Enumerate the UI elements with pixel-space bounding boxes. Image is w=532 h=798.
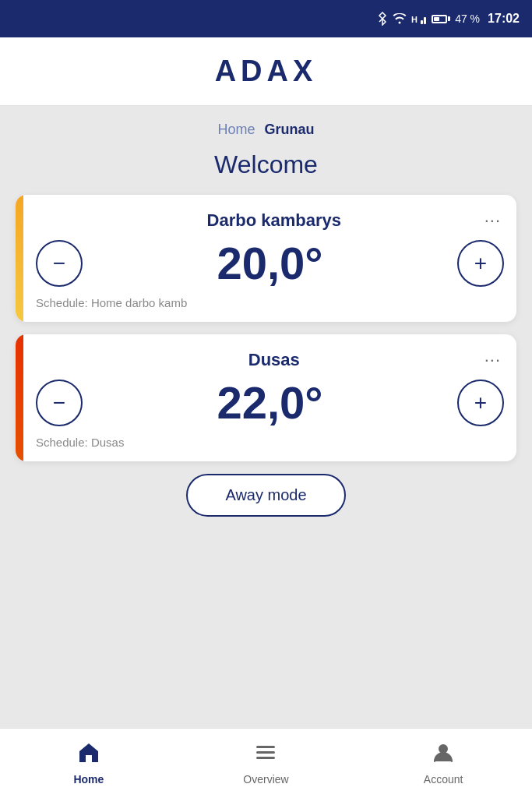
svg-rect-2 (424, 17, 426, 24)
nav-item-account[interactable]: Account (404, 741, 482, 786)
account-nav-icon (432, 741, 455, 770)
nav-item-overview[interactable]: Overview (227, 741, 305, 786)
room-card-darbo-kambarys: Darbo kambarys ··· − 20,0° + Schedule: H… (16, 195, 516, 322)
battery-percentage: 47 % (455, 12, 480, 25)
signal-h-icon: H (411, 12, 427, 25)
status-bar: H 47 % 17:02 (0, 0, 532, 37)
temperature-1: 20,0° (217, 241, 322, 286)
schedule-2: Schedule: Dusas (36, 436, 504, 449)
status-icons: H 47 % 17:02 (377, 12, 520, 26)
bluetooth-icon (377, 12, 388, 26)
room-indicator-red (16, 334, 23, 461)
decrease-button-2[interactable]: − (36, 380, 83, 426)
room-name-2: Dusas (67, 350, 481, 370)
away-mode-container: Away mode (0, 474, 532, 517)
home-nav-label: Home (73, 773, 104, 786)
decrease-button-1[interactable]: − (36, 240, 83, 287)
overview-nav-label: Overview (243, 773, 288, 786)
nav-item-home[interactable]: Home (50, 741, 128, 786)
card-body-1: Darbo kambarys ··· − 20,0° + Schedule: H… (23, 195, 516, 322)
card-body-2: Dusas ··· − 22,0° + Schedule: Dusas (23, 334, 516, 461)
temp-controls-1: − 20,0° + (36, 240, 504, 287)
overview-nav-icon (254, 741, 277, 770)
home-nav-icon (77, 741, 100, 770)
bottom-nav: Home Overview Account (0, 728, 532, 798)
increase-button-2[interactable]: + (457, 380, 504, 426)
card-header-1: Darbo kambarys ··· (36, 207, 504, 234)
away-mode-button[interactable]: Away mode (186, 474, 345, 517)
breadcrumb: Home Grunau (0, 106, 532, 144)
app-header: ADAX (0, 37, 532, 106)
svg-rect-5 (256, 757, 275, 759)
more-button-1[interactable]: ··· (481, 207, 504, 234)
schedule-1: Schedule: Home darbo kamb (36, 296, 504, 309)
room-card-dusas: Dusas ··· − 22,0° + Schedule: Dusas (16, 334, 516, 461)
breadcrumb-current[interactable]: Grunau (265, 122, 315, 138)
card-header-2: Dusas ··· (36, 347, 504, 373)
more-button-2[interactable]: ··· (481, 347, 504, 373)
svg-rect-3 (256, 746, 275, 748)
room-indicator-yellow (16, 195, 23, 322)
svg-rect-4 (256, 751, 275, 754)
wifi-icon (393, 13, 407, 24)
main-content: Home Grunau Welcome Darbo kambarys ··· −… (0, 106, 532, 728)
increase-button-1[interactable]: + (457, 240, 504, 287)
svg-rect-1 (421, 20, 423, 24)
app-logo: ADAX (215, 55, 318, 88)
svg-text:H: H (411, 15, 417, 24)
svg-point-6 (439, 745, 447, 753)
battery-icon (432, 15, 450, 23)
breadcrumb-parent[interactable]: Home (217, 122, 255, 138)
account-nav-label: Account (424, 773, 463, 786)
room-name-1: Darbo kambarys (67, 210, 481, 231)
temp-controls-2: − 22,0° + (36, 380, 504, 426)
temperature-2: 22,0° (217, 380, 322, 425)
status-time: 17:02 (488, 12, 520, 26)
welcome-title: Welcome (0, 150, 532, 179)
